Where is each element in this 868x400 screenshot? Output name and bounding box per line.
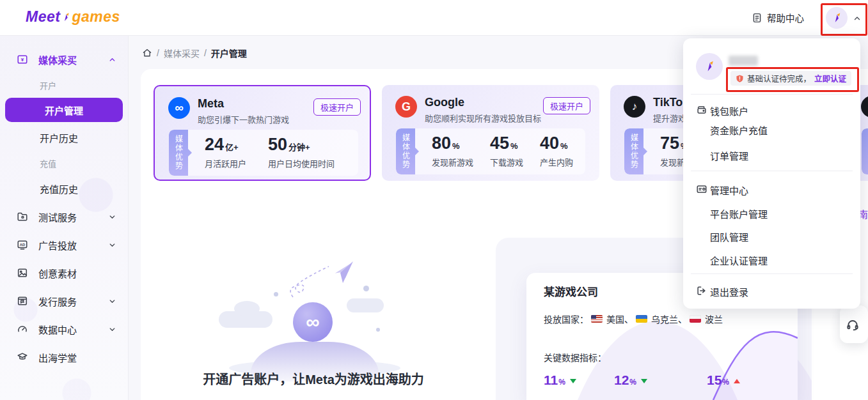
sidebar-item-ad-delivery[interactable]: AD 广告投放	[0, 231, 128, 259]
breadcrumb-separator: /	[157, 48, 159, 58]
metric-item: 15%	[707, 373, 740, 388]
flag-us-icon	[591, 315, 603, 323]
sidebar-item-label: 出海学堂	[38, 351, 116, 364]
stat-unit: %	[560, 141, 568, 151]
publishing-icon	[17, 295, 28, 307]
avatar[interactable]	[826, 7, 848, 29]
stat-unit: %	[510, 141, 518, 151]
shield-alert-icon	[736, 74, 744, 83]
sidebar-item-account-history[interactable]: 开户历史	[0, 123, 128, 151]
menu-item-enterprise-verification[interactable]: 企业认证管理	[683, 253, 860, 267]
stat-value: 50	[268, 135, 287, 154]
card-stat: 80% 发现新游戏	[432, 135, 473, 168]
app-window: Meet games 帮助中心 ¥ 媒体采买	[0, 0, 868, 400]
card-stats-strip: 媒体优势 80% 发现新游戏 45% 下载游戏 40% 产生内购	[396, 128, 585, 174]
user-menu-trigger[interactable]	[821, 3, 865, 33]
trend-down-icon	[570, 379, 576, 383]
document-icon	[752, 12, 762, 24]
sidebar-item-overseas-academy[interactable]: 出海学堂	[0, 343, 128, 371]
menu-item-label: 团队管理	[710, 230, 748, 243]
card-tagline: 助您顺利实现所有游戏投放目标	[425, 112, 541, 124]
avatar	[696, 53, 723, 80]
menu-item-platform-account-management[interactable]: 平台账户管理	[683, 206, 860, 220]
media-card-google[interactable]: G Google 助您顺利实现所有游戏投放目标 极速开户 媒体优势 80% 发现…	[382, 85, 599, 181]
metric-value: 12	[614, 373, 629, 388]
menu-item-wallet-account[interactable]: 钱包账户	[683, 104, 860, 118]
user-dropdown-menu: 基础认证待完成，立即认证 钱包账户 资金账户充值 订单管理 管理中心 平台账户管…	[683, 38, 860, 309]
menu-item-label: 退出登录	[710, 285, 748, 298]
meta-infinity-icon: ∞	[293, 302, 333, 342]
media-advantage-pill: 媒体优势	[396, 128, 415, 174]
chevron-down-icon	[108, 241, 116, 249]
menu-item-admin-center[interactable]: 管理中心	[683, 183, 860, 197]
breadcrumb-media-buying[interactable]: 媒体采买	[164, 47, 200, 59]
meta-logo-icon: ∞	[168, 97, 190, 119]
cloud-shape	[347, 298, 384, 312]
stat-value: 80	[432, 134, 451, 153]
menu-item-label: 钱包账户	[710, 104, 748, 118]
fast-open-badge[interactable]: 极速开户	[313, 98, 361, 116]
fast-open-badge[interactable]: 极速开户	[543, 97, 590, 114]
help-center-button[interactable]: 帮助中心	[752, 11, 804, 24]
card-stat: 40% 产生内购	[540, 135, 573, 168]
country-name: 美国、	[606, 312, 633, 325]
menu-item-logout[interactable]: 退出登录	[683, 284, 860, 298]
divider	[691, 171, 853, 171]
sidebar-item-data-center[interactable]: 数据中心	[0, 315, 128, 343]
stat-label: 月活跃用户	[205, 157, 246, 169]
menu-item-label: 管理中心	[710, 183, 748, 197]
countries-label: 投放国家：	[544, 312, 588, 325]
paper-plane-icon	[281, 258, 365, 302]
card-title: Meta	[198, 97, 289, 111]
menu-item-order-management[interactable]: 订单管理	[683, 148, 860, 162]
media-buying-icon: ¥	[17, 54, 28, 65]
stat-label: 用户日均使用时间	[268, 157, 335, 169]
sidebar-item-account-management[interactable]: 开户管理	[5, 98, 123, 122]
rocket-icon	[703, 59, 716, 73]
sidebar-item-creative-assets[interactable]: 创意素材	[0, 259, 128, 287]
rocket-icon	[60, 12, 72, 23]
metric-unit: %	[558, 378, 565, 387]
metric-unit: %	[629, 378, 636, 387]
media-advantage-pill: 媒体优势	[862, 128, 868, 174]
media-advantage-pill: 媒体优势	[624, 128, 643, 174]
card-title: Google	[425, 96, 541, 109]
chevron-down-icon	[108, 213, 116, 221]
id-card-icon	[696, 183, 707, 195]
verification-alert: 基础认证待完成，立即认证	[730, 71, 851, 86]
media-card-meta[interactable]: ∞ Meta 助您引爆下一款热门游戏 极速开户 媒体优势 24亿+ 月活跃用户 …	[154, 85, 371, 181]
sidebar-item-label: 数据中心	[38, 323, 108, 336]
sidebar-item-media-buying[interactable]: ¥ 媒体采买	[0, 45, 128, 73]
media-advantage-pill: 媒体优势	[169, 130, 188, 176]
country-name: 波兰	[705, 312, 723, 325]
country-name: 乌克兰、	[651, 312, 687, 325]
customer-service-button[interactable]	[840, 305, 868, 343]
meta-illustration: ∞	[192, 252, 435, 364]
sidebar-item-testing-services[interactable]: 测试服务	[0, 203, 128, 231]
sidebar-item-publishing-services[interactable]: 发行服务	[0, 287, 128, 315]
sidebar-item-label: 发行服务	[38, 295, 108, 308]
stat-value: 24	[205, 135, 224, 154]
card-stat: 24亿+ 月活跃用户	[205, 136, 246, 169]
brand-logo[interactable]: Meet games	[26, 8, 120, 26]
menu-item-label: 资金账户充值	[710, 123, 768, 137]
metric-item: 12%	[614, 373, 647, 388]
stat-label: 产生内购	[540, 156, 573, 168]
chevron-down-icon	[108, 325, 116, 334]
home-icon[interactable]	[142, 48, 152, 58]
sidebar-item-recharge-history[interactable]: 充值历史	[0, 174, 128, 203]
menu-item-label: 企业认证管理	[710, 254, 768, 267]
stat-unit: %	[452, 141, 460, 151]
sidebar-section-recharge: 充值	[0, 151, 128, 174]
flag-ukraine-icon	[636, 315, 647, 323]
menu-item-fund-recharge[interactable]: 资金账户充值	[683, 123, 860, 137]
metric-value: 11	[544, 373, 558, 388]
verify-now-link[interactable]: 立即认证	[814, 72, 846, 84]
metric-value: 15	[707, 373, 722, 388]
metric-unit: %	[722, 378, 729, 387]
menu-item-label: 平台账户管理	[710, 207, 768, 220]
stat-label: 发现新游戏	[432, 156, 473, 168]
svg-text:¥: ¥	[21, 57, 24, 63]
trend-up-icon	[734, 379, 740, 383]
menu-item-team-management[interactable]: 团队管理	[683, 229, 860, 243]
